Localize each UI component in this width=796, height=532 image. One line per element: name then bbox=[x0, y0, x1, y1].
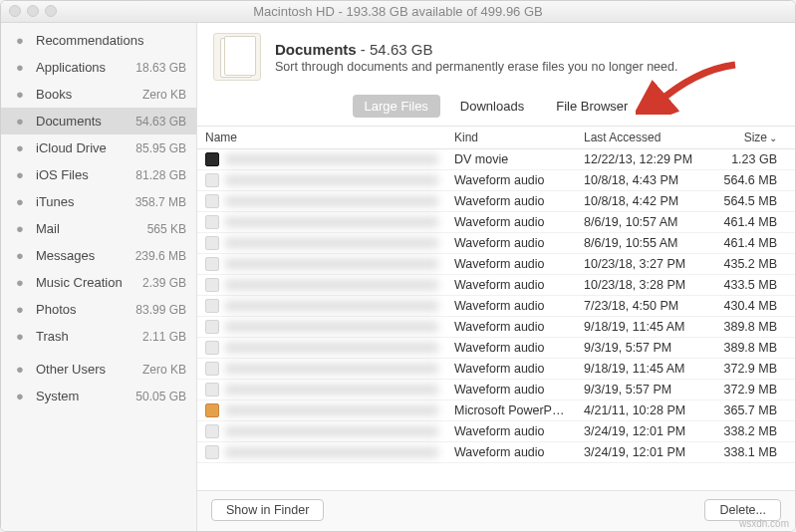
sidebar-item-size: 50.05 GB bbox=[135, 390, 186, 403]
file-size: 389.8 MB bbox=[715, 337, 795, 359]
sidebar-item-music-creation[interactable]: ● Music Creation 2.39 GB bbox=[1, 269, 196, 296]
sidebar-item-label: iTunes bbox=[36, 194, 129, 209]
file-name-redacted bbox=[225, 364, 438, 374]
file-name-redacted bbox=[225, 259, 438, 269]
sidebar-item-applications[interactable]: ● Applications 18.63 GB bbox=[1, 54, 196, 81]
icloud-icon: ● bbox=[11, 139, 29, 157]
sidebar-item-recommendations[interactable]: ● Recommendations bbox=[1, 27, 196, 54]
close-icon[interactable] bbox=[9, 5, 21, 17]
file-date: 8/6/19, 10:55 AM bbox=[576, 232, 715, 254]
documents-icon bbox=[213, 33, 261, 81]
file-name-redacted bbox=[225, 385, 438, 395]
sidebar-item-label: Trash bbox=[36, 329, 135, 344]
file-date: 4/21/11, 10:28 PM bbox=[576, 399, 715, 421]
file-name-redacted bbox=[225, 196, 438, 206]
watermark: wsxdn.com bbox=[739, 518, 789, 529]
file-kind: Waveform audio bbox=[446, 316, 576, 338]
table-row[interactable]: Waveform audio 10/8/18, 4:43 PM 564.6 MB bbox=[197, 170, 795, 191]
pane-subtitle: Sort through documents and permanently e… bbox=[275, 60, 677, 74]
sidebar-item-trash[interactable]: ● Trash 2.11 GB bbox=[1, 323, 196, 350]
sidebar-item-size: 18.63 GB bbox=[135, 61, 186, 75]
sidebar-item-system[interactable]: ● System 50.05 GB bbox=[1, 383, 196, 409]
show-in-finder-button[interactable]: Show in Finder bbox=[211, 499, 324, 521]
file-kind: Waveform audio bbox=[446, 211, 576, 233]
table-row[interactable]: Waveform audio 9/3/19, 5:57 PM 372.9 MB bbox=[197, 380, 795, 400]
file-date: 8/6/19, 10:57 AM bbox=[576, 211, 715, 233]
file-date: 10/23/18, 3:28 PM bbox=[576, 274, 715, 296]
trash-icon: ● bbox=[11, 328, 29, 346]
table-row[interactable]: Waveform audio 10/23/18, 3:28 PM 433.5 M… bbox=[197, 275, 795, 296]
file-kind: Waveform audio bbox=[446, 232, 576, 254]
tabs: Large FilesDownloadsFile Browser bbox=[197, 91, 795, 126]
file-size: 338.1 MB bbox=[715, 441, 795, 463]
sidebar-item-label: Documents bbox=[36, 114, 129, 129]
file-size: 389.8 MB bbox=[715, 316, 795, 338]
table-row[interactable]: Waveform audio 9/3/19, 5:57 PM 389.8 MB bbox=[197, 338, 795, 359]
pane-header: Documents - 54.63 GB Sort through docume… bbox=[197, 23, 795, 91]
col-date[interactable]: Last Accessed bbox=[576, 127, 715, 148]
file-icon bbox=[205, 152, 219, 166]
file-date: 9/18/19, 11:45 AM bbox=[576, 316, 715, 338]
file-size: 435.2 MB bbox=[715, 253, 795, 275]
file-kind: Waveform audio bbox=[446, 379, 576, 400]
table-row[interactable]: Waveform audio 9/18/19, 11:45 AM 372.9 M… bbox=[197, 359, 795, 380]
table-row[interactable]: Waveform audio 3/24/19, 12:01 PM 338.1 M… bbox=[197, 442, 795, 463]
file-size: 1.23 GB bbox=[715, 149, 795, 170]
titlebar[interactable]: Macintosh HD - 193.38 GB available of 49… bbox=[1, 1, 795, 23]
zoom-icon[interactable] bbox=[45, 5, 57, 17]
file-size: 338.2 MB bbox=[715, 420, 795, 442]
sidebar-item-size: 239.6 MB bbox=[135, 249, 186, 263]
file-kind: Waveform audio bbox=[446, 358, 576, 380]
window-body: ● Recommendations ● Applications 18.63 G… bbox=[1, 23, 795, 531]
itunes-icon: ● bbox=[11, 193, 29, 211]
file-name-redacted bbox=[225, 175, 438, 185]
sidebar-item-label: Photos bbox=[36, 302, 129, 317]
sidebar-item-label: Mail bbox=[36, 221, 140, 236]
messages-icon: ● bbox=[11, 247, 29, 265]
tab-file-browser[interactable]: File Browser bbox=[544, 95, 640, 118]
sidebar-item-books[interactable]: ● Books Zero KB bbox=[1, 81, 196, 108]
file-size: 365.7 MB bbox=[715, 399, 795, 421]
sidebar-item-label: Music Creation bbox=[36, 275, 135, 290]
tab-large-files[interactable]: Large Files bbox=[353, 95, 440, 118]
table-row[interactable]: Waveform audio 10/8/18, 4:42 PM 564.5 MB bbox=[197, 191, 795, 212]
file-name-redacted bbox=[225, 238, 438, 248]
tab-downloads[interactable]: Downloads bbox=[448, 95, 536, 118]
file-icon bbox=[205, 383, 219, 397]
table-row[interactable]: Waveform audio 9/18/19, 11:45 AM 389.8 M… bbox=[197, 317, 795, 338]
file-icon bbox=[205, 236, 219, 250]
sidebar-item-label: iOS Files bbox=[36, 167, 129, 182]
sidebar-item-itunes[interactable]: ● iTunes 358.7 MB bbox=[1, 188, 196, 215]
sidebar-item-size: 565 KB bbox=[147, 222, 186, 236]
users-icon: ● bbox=[11, 361, 29, 379]
sidebar-item-photos[interactable]: ● Photos 83.99 GB bbox=[1, 296, 196, 323]
file-kind: Waveform audio bbox=[446, 337, 576, 359]
table-row[interactable]: Microsoft PowerP… 4/21/11, 10:28 PM 365.… bbox=[197, 400, 795, 421]
sidebar-item-size: 83.99 GB bbox=[135, 303, 186, 317]
minimize-icon[interactable] bbox=[27, 5, 39, 17]
col-size[interactable]: Size bbox=[715, 127, 795, 148]
storage-window: Macintosh HD - 193.38 GB available of 49… bbox=[0, 0, 796, 532]
table-row[interactable]: Waveform audio 10/23/18, 3:27 PM 435.2 M… bbox=[197, 254, 795, 275]
table-row[interactable]: Waveform audio 8/6/19, 10:57 AM 461.4 MB bbox=[197, 212, 795, 233]
col-kind[interactable]: Kind bbox=[446, 127, 576, 148]
table-row[interactable]: DV movie 12/22/13, 12:29 PM 1.23 GB bbox=[197, 149, 795, 170]
sidebar-item-label: Books bbox=[36, 87, 135, 102]
table-row[interactable]: Waveform audio 8/6/19, 10:55 AM 461.4 MB bbox=[197, 233, 795, 254]
sidebar-item-ios-files[interactable]: ● iOS Files 81.28 GB bbox=[1, 161, 196, 188]
sidebar-item-mail[interactable]: ● Mail 565 KB bbox=[1, 215, 196, 242]
sidebar-item-messages[interactable]: ● Messages 239.6 MB bbox=[1, 242, 196, 269]
table-row[interactable]: Waveform audio 7/23/18, 4:50 PM 430.4 MB bbox=[197, 296, 795, 317]
col-name[interactable]: Name bbox=[197, 127, 446, 148]
file-size: 433.5 MB bbox=[715, 274, 795, 296]
table-row[interactable]: Waveform audio 3/24/19, 12:01 PM 338.2 M… bbox=[197, 421, 795, 442]
file-name-redacted bbox=[225, 280, 438, 290]
sidebar-item-icloud-drive[interactable]: ● iCloud Drive 85.95 GB bbox=[1, 134, 196, 161]
file-icon bbox=[205, 403, 219, 417]
sidebar-item-documents[interactable]: ● Documents 54.63 GB bbox=[1, 108, 196, 134]
sidebar-item-size: Zero KB bbox=[142, 363, 186, 377]
file-icon bbox=[205, 173, 219, 187]
sidebar-item-other-users[interactable]: ● Other Users Zero KB bbox=[1, 356, 196, 383]
sidebar-item-label: Recommendations bbox=[36, 33, 179, 48]
file-name-redacted bbox=[225, 154, 438, 164]
